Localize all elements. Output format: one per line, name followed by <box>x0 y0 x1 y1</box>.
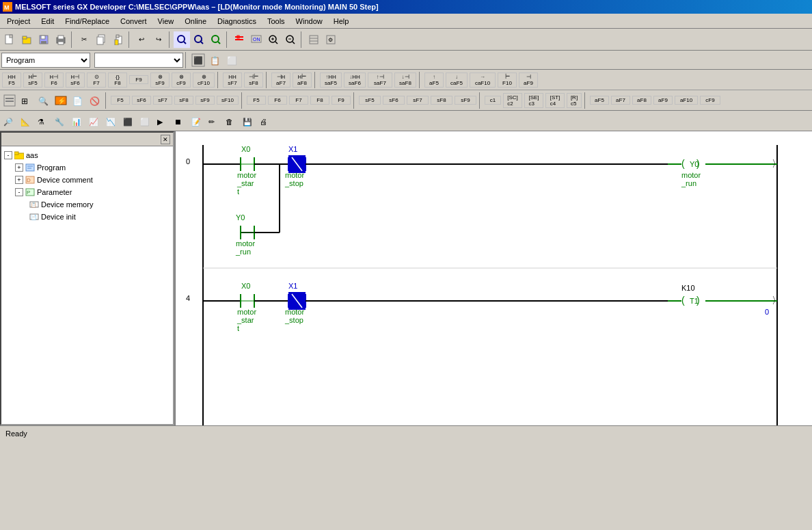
fkey2-sF6b[interactable]: sF6 <box>383 96 405 105</box>
fkey-aF5[interactable]: ↑ aF5 <box>424 72 444 88</box>
expand-program[interactable]: + <box>15 163 23 172</box>
menu-find-replace[interactable]: Find/Replace <box>59 14 115 28</box>
tb-ux15[interactable]: 💾 <box>241 113 257 129</box>
fkey-sF9[interactable]: ⊗ sF9 <box>150 72 170 88</box>
fkey2-aF10c[interactable]: aF10 <box>675 96 698 105</box>
fkey2-sF8b[interactable]: sF8 <box>431 96 452 105</box>
tb-zoom-out[interactable] <box>282 31 299 48</box>
fkey-F10[interactable]: ⊢ F10 <box>498 72 517 88</box>
fkey-sF5[interactable]: H⊢ sF5 <box>23 72 42 88</box>
fkey-F5[interactable]: HH F5 <box>2 72 21 88</box>
fkey-sF7[interactable]: HH sF7 <box>223 72 242 88</box>
fkey-aF9[interactable]: ⊣ aF9 <box>519 72 538 88</box>
menu-view[interactable]: View <box>152 14 180 28</box>
fkey-cF9[interactable]: ⊗ cF9 <box>172 72 191 88</box>
tb-find1[interactable] <box>174 31 190 48</box>
menu-edit[interactable]: Edit <box>36 14 59 28</box>
fkey2-aF9c[interactable]: aF9 <box>653 96 673 105</box>
tree-item-device-comment[interactable]: + D Device comment <box>4 174 170 186</box>
tb-ux2[interactable]: 📐 <box>18 113 35 129</box>
fkey-cF10[interactable]: ⊗ cF10 <box>193 72 215 88</box>
tb-print[interactable] <box>53 31 69 48</box>
tb-new[interactable] <box>1 31 18 48</box>
tb-ux4[interactable]: 🔧 <box>53 113 69 129</box>
fkey-aF8[interactable]: H⊢ aF8 <box>293 72 312 88</box>
tb-icon-c[interactable]: ⬜ <box>224 52 241 68</box>
fkey-saF7[interactable]: ↑⊣ saF7 <box>368 72 392 88</box>
menu-help[interactable]: Help <box>328 14 355 28</box>
fkey-saF5[interactable]: ↑HH saF5 <box>320 72 342 88</box>
tb-icon-a[interactable]: ⬛ <box>190 52 206 68</box>
tb-ux5[interactable]: 📊 <box>70 113 86 129</box>
tb-ex6[interactable]: 🚫 <box>87 92 103 109</box>
fkey2-sF9b[interactable]: sF9 <box>455 96 476 105</box>
tb-cut[interactable]: ✂ <box>76 31 92 48</box>
fkey2-SC2[interactable]: [SC]c2 <box>503 93 522 108</box>
expand-aas[interactable]: - <box>4 151 12 159</box>
fkey-saF8[interactable]: ↓⊣ saF8 <box>394 72 416 88</box>
fkey-sF6[interactable]: H⊣ sF6 <box>66 72 85 88</box>
tb-ladder-icon[interactable] <box>231 31 247 48</box>
tb-ux16[interactable]: 🖨 <box>258 113 274 129</box>
tb-ex3[interactable]: 🔍 <box>36 92 52 109</box>
fkey2-sF6[interactable]: sF6 <box>132 96 151 105</box>
tb-icon-b[interactable]: 📋 <box>207 52 224 68</box>
tb-undo[interactable]: ↩ <box>133 31 150 48</box>
fkey2-F7[interactable]: F7 <box>289 96 308 105</box>
tb-ex2[interactable]: ⊞ <box>18 92 35 109</box>
tb-ex4[interactable]: ⚡ <box>53 92 69 109</box>
tb-zoom-in[interactable] <box>265 31 282 48</box>
fkey2-F9[interactable]: F9 <box>331 96 351 105</box>
tb-ux3[interactable]: ⚗ <box>36 113 52 129</box>
tb-settings2[interactable]: ⚙ <box>323 31 339 48</box>
tb-ux11[interactable]: ⏹ <box>172 113 189 129</box>
fkey-caF10[interactable]: → caF10 <box>470 72 496 88</box>
fkey2-c5[interactable]: [R]c5 <box>567 93 582 108</box>
tb-find3[interactable] <box>208 31 224 48</box>
tb-ux6[interactable]: 📈 <box>87 113 103 129</box>
tb-ux14[interactable]: 🗑 <box>224 113 240 129</box>
menu-project[interactable]: Project <box>1 14 36 28</box>
tb-settings1[interactable] <box>306 31 322 48</box>
expand-parameter[interactable]: - <box>15 188 23 196</box>
fkey-aF7[interactable]: ⊣H aF7 <box>271 72 290 88</box>
fkey2-sF7[interactable]: sF7 <box>153 96 172 105</box>
fkey2-sF8[interactable]: sF8 <box>174 96 193 105</box>
fkey-F7[interactable]: ⊙ F7 <box>87 72 106 88</box>
tree-item-program[interactable]: + Program <box>4 161 170 174</box>
fkey-F9[interactable]: F9 <box>129 75 148 84</box>
tb-save[interactable] <box>36 31 52 48</box>
fkey-F8[interactable]: {} F8 <box>108 72 127 88</box>
fkey2-F5b[interactable]: F5 <box>247 96 266 105</box>
fkey2-aF7c[interactable]: aF7 <box>611 96 630 105</box>
fkey2-F8[interactable]: F8 <box>310 96 329 105</box>
fkey2-F5[interactable]: F5 <box>111 96 130 105</box>
menu-tools[interactable]: Tools <box>262 14 290 28</box>
tb-ux1[interactable]: 🔎 <box>1 113 18 129</box>
tb-paste[interactable] <box>110 31 126 48</box>
fkey2-c1[interactable]: c1 <box>485 96 501 105</box>
fkey-F6[interactable]: H⊣ F6 <box>44 72 64 88</box>
fkey2-sF5b[interactable]: sF5 <box>359 96 381 105</box>
tb-copy[interactable] <box>93 31 109 48</box>
fkey2-sF7b[interactable]: sF7 <box>407 96 429 105</box>
tree-item-device-memory[interactable]: 📋 Device memory <box>4 198 170 211</box>
tb-ux7[interactable]: 📉 <box>104 113 120 129</box>
fkey2-sF10[interactable]: sF10 <box>217 96 239 105</box>
tree-item-aas[interactable]: - aas <box>4 149 170 161</box>
tb-ux8[interactable]: ⬛ <box>121 113 137 129</box>
fkey2-SE3[interactable]: [SE]c3 <box>524 93 543 108</box>
tb-monitor-icon[interactable]: ON <box>248 31 265 48</box>
expand-device-comment[interactable]: + <box>15 176 23 184</box>
fkey2-F6[interactable]: F6 <box>268 96 287 105</box>
program-dropdown[interactable]: Program <box>1 53 90 68</box>
tb-ex5[interactable]: 📄 <box>70 92 86 109</box>
tb-ux13[interactable]: ✏ <box>206 113 223 129</box>
tree-item-device-init[interactable]: 📄 Device init <box>4 211 170 223</box>
tb-open[interactable] <box>18 31 35 48</box>
fkey2-sF9[interactable]: sF9 <box>195 96 215 105</box>
tree-item-parameter[interactable]: - P Parameter <box>4 186 170 198</box>
panel-close-button[interactable]: ✕ <box>161 135 170 144</box>
fkey2-cF9c[interactable]: cF9 <box>700 96 720 105</box>
block-dropdown[interactable] <box>94 53 183 68</box>
